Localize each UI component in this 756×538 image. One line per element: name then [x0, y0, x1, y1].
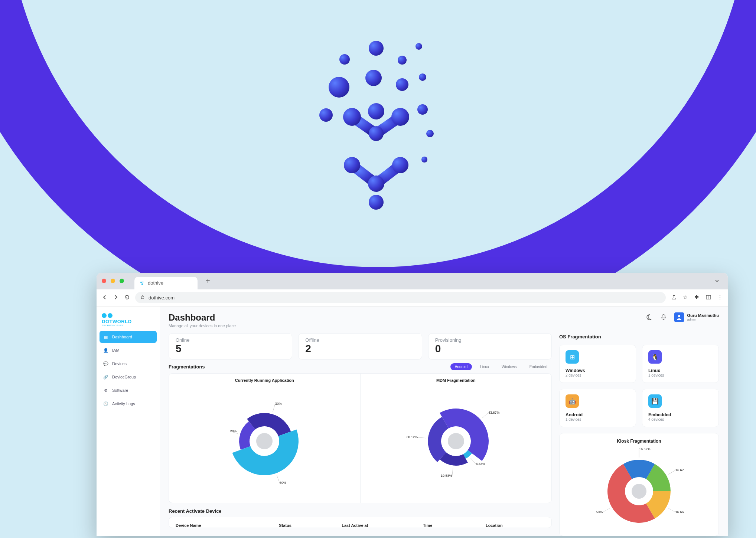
- svg-point-33: [678, 315, 680, 317]
- chat-icon: 💬: [103, 361, 108, 366]
- svg-point-3: [416, 43, 422, 50]
- os-card-linux[interactable]: 🐧 Linux 1 devices: [642, 345, 719, 383]
- svg-line-42: [482, 413, 488, 418]
- chart-running-app: 20%30%50%: [173, 386, 356, 497]
- svg-point-10: [426, 130, 434, 137]
- hero-logo: [300, 37, 456, 230]
- page-subtitle: Manage all your devices in one place: [169, 324, 236, 328]
- android-icon: 🤖: [566, 394, 579, 408]
- sidebar-item-devices[interactable]: 💬 Devices: [100, 358, 157, 370]
- svg-text:16.67%: 16.67%: [639, 447, 651, 451]
- sidebar-item-activity-logs[interactable]: 🕓 Activity Logs: [100, 398, 157, 410]
- brand-logo: DOTWORLD TECHNOLOGIES: [100, 312, 157, 331]
- chart-mdm-frag: 43.67%6.63%19.58%30.12%: [364, 386, 548, 497]
- svg-point-8: [319, 108, 333, 122]
- svg-line-38: [277, 475, 280, 483]
- svg-point-51: [448, 433, 464, 449]
- svg-point-1: [369, 41, 384, 56]
- tab-title: dothive: [148, 280, 163, 286]
- svg-point-2: [398, 56, 407, 65]
- svg-rect-30: [141, 297, 144, 299]
- svg-text:20%: 20%: [230, 429, 237, 433]
- stat-online: Online 5: [169, 333, 292, 360]
- frag-left-title: Currently Running Application: [173, 378, 356, 383]
- svg-line-56: [668, 508, 675, 512]
- bookmark-icon[interactable]: ☆: [683, 294, 688, 301]
- share-icon[interactable]: [671, 294, 677, 301]
- stat-provisioning: Provisioning 0: [428, 333, 552, 360]
- chart-kiosk: 16.67%16.67%16.66%50%: [566, 447, 713, 536]
- user-role: admin: [687, 318, 719, 321]
- clock-icon: 🕓: [103, 401, 108, 406]
- svg-point-20: [391, 108, 409, 126]
- new-tab-button[interactable]: +: [206, 277, 210, 285]
- kebab-icon[interactable]: ⋮: [717, 294, 723, 301]
- os-card-embedded[interactable]: 💾 Embedded 4 devices: [642, 389, 719, 427]
- page-title: Dashboard: [169, 312, 236, 323]
- nav-reload-icon[interactable]: [124, 294, 130, 301]
- col-last-active: Last Active at: [342, 523, 423, 528]
- col-status: Status: [279, 523, 342, 528]
- svg-point-0: [339, 54, 350, 65]
- svg-line-54: [668, 470, 675, 475]
- svg-text:6.63%: 6.63%: [476, 462, 485, 466]
- user-menu[interactable]: Guru Marimuthu admin: [674, 312, 719, 322]
- svg-point-5: [365, 70, 382, 86]
- windows-icon: ⊞: [566, 350, 579, 364]
- svg-point-22: [369, 126, 384, 141]
- frag-tab-linux[interactable]: Linux: [476, 363, 493, 370]
- embedded-icon: 💾: [648, 394, 662, 408]
- app-viewport: DOTWORLD TECHNOLOGIES ▦ Dashboard 👤 IAM …: [97, 306, 728, 536]
- user-name: Guru Marimuthu: [687, 313, 719, 318]
- browser-tab[interactable]: dothive: [134, 277, 198, 289]
- tabs-overflow-icon[interactable]: [711, 275, 723, 286]
- main-content: Dashboard Manage all your devices in one…: [160, 306, 728, 536]
- svg-point-41: [256, 433, 273, 449]
- frag-tab-windows[interactable]: Windows: [497, 363, 521, 370]
- window-maximize-icon[interactable]: [120, 279, 124, 283]
- bell-icon[interactable]: [659, 313, 668, 321]
- os-card-windows[interactable]: ⊞ Windows 2 devices: [559, 345, 636, 383]
- svg-point-19: [343, 108, 361, 126]
- nav-back-icon[interactable]: [102, 294, 108, 301]
- frag-tab-android[interactable]: Android: [450, 363, 472, 370]
- frag-tab-embedded[interactable]: Embedded: [525, 363, 552, 370]
- svg-point-24: [392, 157, 408, 173]
- browser-window: dothive + dothive.com ☆ ⋮ DOTWORLD TEC: [97, 273, 728, 536]
- sidebar-item-label: IAM: [112, 348, 120, 352]
- sidebar-item-label: Devices: [112, 361, 127, 366]
- url-bar[interactable]: dothive.com: [135, 292, 666, 303]
- frag-right-title: MDM Fragmentation: [364, 378, 548, 383]
- svg-text:19.58%: 19.58%: [441, 474, 452, 478]
- window-close-icon[interactable]: [102, 279, 106, 283]
- svg-text:16.67%: 16.67%: [675, 468, 684, 472]
- sidebar-item-label: Activity Logs: [112, 401, 135, 406]
- svg-text:50%: 50%: [280, 481, 286, 485]
- col-device-name: Device Name: [176, 523, 279, 528]
- fragmentations-card: Currently Running Application 20%30%50% …: [169, 373, 552, 503]
- os-card-android[interactable]: 🤖 Android 1 devices: [559, 389, 636, 427]
- page-header: Dashboard Manage all your devices in one…: [169, 312, 719, 328]
- avatar: [674, 312, 684, 322]
- svg-text:43.67%: 43.67%: [488, 411, 500, 414]
- osfrag-title: OS Fragmentation: [559, 334, 719, 339]
- extensions-icon[interactable]: [694, 294, 700, 301]
- url-text: dothive.com: [149, 295, 175, 301]
- svg-point-9: [417, 104, 428, 115]
- user-icon: 👤: [103, 348, 108, 353]
- sidebar-item-dashboard[interactable]: ▦ Dashboard: [100, 331, 157, 343]
- sidebar-item-iam[interactable]: 👤 IAM: [100, 344, 157, 356]
- nav-forward-icon[interactable]: [113, 294, 119, 301]
- sidebar-item-devicegroup[interactable]: 🔗 DeviceGroup: [100, 371, 157, 383]
- theme-toggle-icon[interactable]: [645, 313, 653, 321]
- sidebar-item-software[interactable]: ⚙ Software: [100, 384, 157, 396]
- grid-icon: ▦: [103, 335, 108, 339]
- svg-line-44: [470, 458, 476, 464]
- svg-point-6: [396, 78, 408, 91]
- panel-icon[interactable]: [706, 294, 711, 301]
- stat-offline: Offline 2: [298, 333, 422, 360]
- kiosk-title: Kiosk Fragmentation: [566, 439, 713, 444]
- window-minimize-icon[interactable]: [111, 279, 115, 283]
- svg-point-28: [143, 281, 144, 282]
- tab-favicon: [140, 281, 145, 286]
